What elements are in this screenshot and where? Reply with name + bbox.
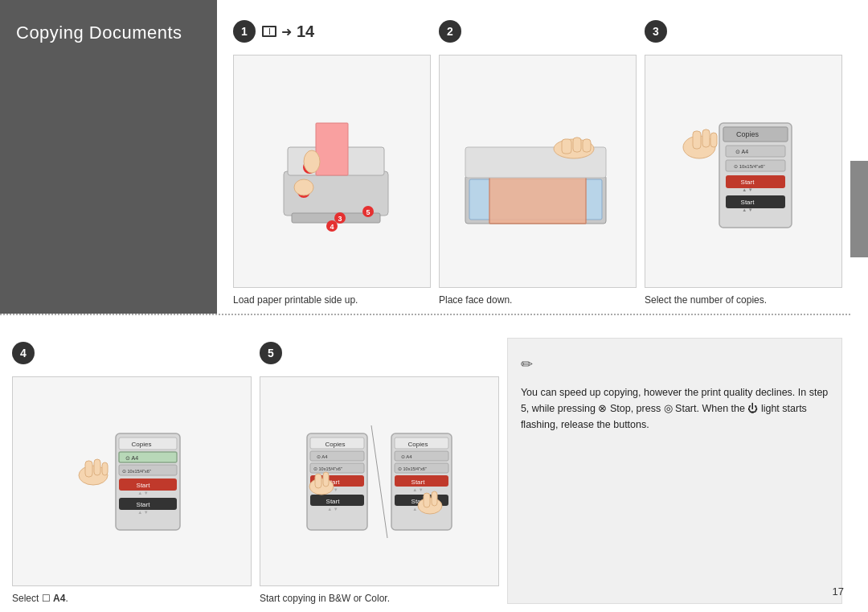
svg-text:Start: Start [741,199,755,206]
svg-text:▲ ▼: ▲ ▼ [137,510,149,515]
step-1-extras: ➜ 14 [262,23,314,41]
step-5-circle: 5 [260,342,282,364]
step-3-header: 3 [645,16,842,47]
step-3-circle: 3 [645,20,667,43]
svg-rect-59 [102,462,108,475]
step-4-caption-a4: A4 [53,593,65,604]
step-4-circle: 4 [12,342,35,364]
step-2-header: 2 [439,16,637,47]
step-2-image [439,55,637,288]
step-4-image: Copies ⊙ A4 ⊙ 10x15/4"x6" Start ▲ ▼ Star… [12,376,252,586]
svg-text:⊙ A4: ⊙ A4 [317,454,328,459]
svg-rect-91 [424,493,430,507]
svg-rect-40 [710,133,717,147]
page-reference: 14 [297,23,314,41]
step-4-caption: Select ☐ A4. [12,593,252,604]
sidebar: Copying Documents [0,0,217,314]
svg-rect-21 [562,139,571,154]
step-1-header: 1 ➜ 14 [233,16,431,47]
step-3-image: Copies ⊙ A4 ⊙ 10x15/4"x6" Start ▲ ▼ Star… [645,55,842,288]
svg-text:⊙ 10x15/4"x6": ⊙ 10x15/4"x6" [398,466,427,471]
svg-text:Start: Start [137,501,151,508]
svg-text:Copies: Copies [407,441,428,448]
step-2-circle: 2 [439,20,461,43]
svg-text:Start: Start [326,498,340,505]
note-box: ✏ You can speed up copying, however the … [507,338,842,604]
svg-text:⊙ 10x15/4"x6": ⊙ 10x15/4"x6" [313,466,342,471]
svg-rect-38 [693,131,701,149]
svg-rect-88 [315,474,321,488]
svg-text:▲ ▼: ▲ ▼ [412,487,424,492]
step-3-caption: Select the number of copies. [645,294,842,306]
svg-text:⊙ A4: ⊙ A4 [125,455,138,461]
step-1-illustration: 1 2 3 4 5 [260,107,404,236]
svg-rect-23 [583,139,591,152]
svg-text:Start: Start [741,179,755,186]
step-5-header: 5 [260,338,499,368]
svg-rect-39 [702,129,710,147]
svg-text:⊙ 10x15/4"x6": ⊙ 10x15/4"x6" [734,164,765,169]
step-4-header: 4 [12,338,252,368]
step-4-illustration: Copies ⊙ A4 ⊙ 10x15/4"x6" Start ▲ ▼ Star… [59,425,204,538]
step-3-col: 3 Copies ⊙ A4 ⊙ 10x15/4"x6" Start ▲ ▼ [645,16,842,306]
svg-rect-58 [94,459,100,475]
svg-text:⊙ A4: ⊙ A4 [735,149,748,154]
note-col: ✏ You can speed up copying, however the … [507,338,842,604]
svg-text:Start: Start [411,479,425,486]
svg-text:Copies: Copies [736,130,760,138]
right-tab [850,161,868,257]
svg-rect-31 [726,175,785,188]
step-4-caption-checkbox: ☐ [42,593,51,604]
step-2-caption: Place face down. [439,294,637,306]
step-3-illustration: Copies ⊙ A4 ⊙ 10x15/4"x6" Start ▲ ▼ Star… [671,107,816,236]
svg-line-73 [371,425,387,538]
page-number: 17 [833,585,844,598]
arrow-icon: ➜ [281,24,292,39]
step-2-illustration [457,107,618,236]
step-5-col: 5 Copies ⊙ A4 ⊙ 10x15/4"x6" Start ▲ ▼ St… [260,338,499,604]
svg-point-14 [304,150,320,173]
svg-text:⊙ 10x15/4"x6": ⊙ 10x15/4"x6" [122,469,151,474]
svg-rect-92 [432,491,437,506]
step-5-illustration: Copies ⊙ A4 ⊙ 10x15/4"x6" Start ▲ ▼ Star… [299,425,460,538]
svg-rect-57 [85,461,92,477]
sidebar-title: Copying Documents [16,23,182,43]
svg-rect-3 [316,123,348,175]
step-5-image: Copies ⊙ A4 ⊙ 10x15/4"x6" Start ▲ ▼ Star… [260,376,499,586]
note-icon: ✏ [521,353,829,376]
svg-rect-34 [726,195,785,208]
svg-text:▲ ▼: ▲ ▼ [327,507,338,511]
step-1-image: 1 2 3 4 5 [233,55,431,288]
section-divider [0,314,850,315]
svg-rect-22 [573,138,581,152]
svg-text:Copies: Copies [132,441,152,448]
note-text: You can speed up copying, however the pr… [521,387,828,430]
svg-text:4: 4 [330,223,334,231]
step-1-caption: Load paper printable side up. [233,294,431,306]
svg-text:5: 5 [366,208,370,216]
svg-text:⊙ A4: ⊙ A4 [401,454,412,459]
bottom-steps-section: 4 Copies ⊙ A4 ⊙ 10x15/4"x6" Start ▲ ▼ St… [0,326,850,612]
step-5-caption: Start copying in B&W or Color. [260,593,499,604]
svg-text:▲ ▼: ▲ ▼ [742,187,753,192]
svg-point-15 [294,179,313,195]
top-steps-section: 1 ➜ 14 1 2 [217,0,850,314]
svg-rect-89 [323,472,329,487]
step-1-circle: 1 [233,20,256,43]
svg-text:Start: Start [137,482,151,489]
svg-text:▲ ▼: ▲ ▼ [137,491,149,495]
step-4-col: 4 Copies ⊙ A4 ⊙ 10x15/4"x6" Start ▲ ▼ St… [12,338,252,604]
step-2-col: 2 Place face down. [439,16,637,306]
svg-text:▲ ▼: ▲ ▼ [742,207,753,212]
svg-text:Copies: Copies [325,441,345,448]
book-icon [262,26,276,37]
step-1-col: 1 ➜ 14 1 2 [233,16,431,306]
svg-text:3: 3 [338,215,342,223]
